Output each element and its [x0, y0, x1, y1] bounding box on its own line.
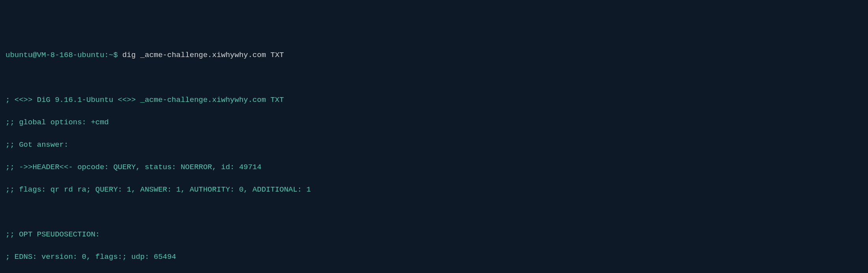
- prompt-user: ubuntu@VM-8-168-ubuntu: [6, 51, 104, 59]
- global-options: ;; global options: +cmd: [6, 117, 862, 128]
- header-line: ;; ->>HEADER<<- opcode: QUERY, status: N…: [6, 162, 862, 173]
- flags-line: ;; flags: qr rd ra; QUERY: 1, ANSWER: 1,…: [6, 184, 862, 196]
- opt-pseudosection-header: ;; OPT PSEUDOSECTION:: [6, 229, 862, 240]
- command-text: dig _acme-challenge.xiwhywhy.com TXT: [122, 51, 284, 59]
- blank-line: [6, 207, 862, 218]
- blank-line: [6, 72, 862, 83]
- prompt-symbol: $: [113, 51, 118, 59]
- dig-banner: ; <<>> DiG 9.16.1-Ubuntu <<>> _acme-chal…: [6, 94, 862, 106]
- prompt-line[interactable]: ubuntu@VM-8-168-ubuntu:~$ dig _acme-chal…: [6, 50, 862, 61]
- got-answer: ;; Got answer:: [6, 139, 862, 151]
- edns-line: ; EDNS: version: 0, flags:; udp: 65494: [6, 251, 862, 263]
- prompt-separator: :: [104, 51, 109, 59]
- prompt-path: ~: [109, 51, 113, 59]
